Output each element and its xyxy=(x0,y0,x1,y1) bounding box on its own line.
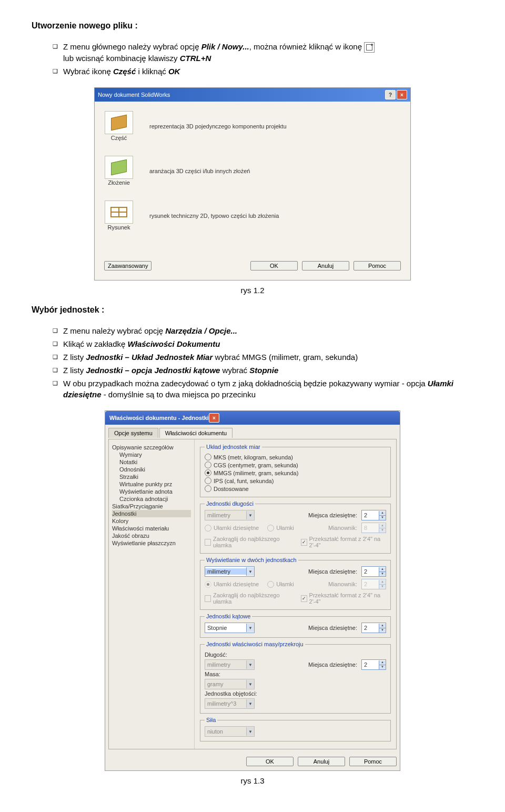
label: Mianownik: xyxy=(328,525,357,531)
radio-mks[interactable]: MKS (metr, kilogram, sekunda) xyxy=(205,453,386,461)
option-drawing[interactable]: Rysunek xyxy=(104,201,134,230)
ok-button[interactable]: OK xyxy=(246,757,294,766)
radio-ips[interactable]: IPS (cal, funt, sekunda) xyxy=(205,477,386,485)
part-icon xyxy=(111,115,127,131)
tree-node[interactable]: Czcionka adnotacji xyxy=(112,495,191,503)
tree-node[interactable]: Strzałki xyxy=(112,473,191,480)
option-desc: aranżacja 3D części i/lub innych złożeń xyxy=(149,168,250,174)
help-icon[interactable]: ? xyxy=(385,90,396,99)
dialog-title: Właściwości dokumentu - Jednostki xyxy=(109,415,209,421)
help-button[interactable]: Pomoc xyxy=(349,757,397,766)
instructions-list-2: Z menu należy wybrać opcję Narzędzia / O… xyxy=(32,325,473,400)
tab-doc-properties[interactable]: Właściwości dokumentu xyxy=(159,428,233,438)
group-dual-display: Wyświetlanie w dwóch jednostkach milimet… xyxy=(200,557,391,610)
group-legend: Siła xyxy=(205,717,217,723)
section-heading-units: Wybór jednostek : xyxy=(32,305,473,315)
tree-node[interactable]: Właściwości materiału xyxy=(112,525,191,532)
group-mass-section: Jednostki właściwości masy/przekroju Dłu… xyxy=(200,641,391,714)
radio-label: MKS (metr, kilogram, sekunda) xyxy=(214,454,293,460)
chevron-down-icon[interactable]: ▼ xyxy=(246,567,254,576)
tree-node-units[interactable]: Jednostki xyxy=(112,510,191,517)
text-bold: Plik / Nowy... xyxy=(201,42,249,51)
mass-length-combo: milimetry▼ xyxy=(205,659,255,670)
text: Z menu głównego należy wybrać opcję xyxy=(63,42,201,51)
text-bold: OK xyxy=(168,67,180,76)
group-legend: Jednostki długości xyxy=(205,500,255,507)
category-tree[interactable]: Opisywanie szczegółów Wymiary Notatki Od… xyxy=(109,439,195,749)
chk-round-nearest-2: Zaokrąglij do najbliższego ułamka xyxy=(205,592,292,605)
option-label: Część xyxy=(104,135,134,141)
angular-unit-combo[interactable]: Stopnie▼ xyxy=(205,623,255,633)
tree-node[interactable]: Siatka/Przyciąganie xyxy=(112,503,191,510)
figure-caption: rys 1.2 xyxy=(32,286,473,295)
chevron-down-icon[interactable]: ▼ xyxy=(246,624,254,632)
option-desc: rysunek techniczny 2D, typowo części lub… xyxy=(149,213,279,219)
option-label: Złożenie xyxy=(104,179,134,186)
radio-label: Dostosowane xyxy=(214,486,249,492)
radio-custom[interactable]: Dostosowane xyxy=(205,485,386,493)
angular-decimal-spin[interactable]: 2▲▼ xyxy=(361,623,386,633)
cancel-button[interactable]: Anuluj xyxy=(298,757,345,766)
ok-button[interactable]: OK xyxy=(250,261,298,270)
tree-node[interactable]: Opisywanie szczegółów xyxy=(112,444,191,451)
radio-mmgs[interactable]: MMGS (milimetr, gram, sekunda) xyxy=(205,469,386,477)
text: , można również kliknąć w ikonę xyxy=(249,42,362,51)
tree-node[interactable]: Wymiary xyxy=(112,451,191,458)
section-heading-new-file: Utworzenie nowego pliku : xyxy=(32,21,473,31)
chk-label: Zaokrąglij do najbliższego ułamka xyxy=(213,592,292,605)
text-bold: Jednostki – opcja Jednostki kątowe xyxy=(86,366,220,375)
dialog-title: Nowy dokument SolidWorks xyxy=(98,92,170,98)
tab-system-options[interactable]: Opcje systemu xyxy=(108,428,158,438)
chevron-down-icon: ▼ xyxy=(246,511,254,519)
dual-decimal-spin[interactable]: 2▲▼ xyxy=(361,566,386,577)
tree-node[interactable]: Wyświetlanie adnota xyxy=(112,488,191,495)
radio-cgs[interactable]: CGS (centymetr, gram, sekunda) xyxy=(205,461,386,469)
advanced-button[interactable]: Zaawansowany xyxy=(104,261,152,270)
group-legend: Jednostki właściwości masy/przekroju xyxy=(205,641,305,647)
tree-node[interactable]: Wyświetlanie płaszczyzn xyxy=(112,539,191,547)
option-label: Rysunek xyxy=(104,224,134,230)
screenshot-doc-properties-dialog: Właściwości dokumentu - Jednostki × Opcj… xyxy=(105,410,400,771)
chk-label: Zaokrąglij do najbliższego ułamka xyxy=(213,536,292,548)
drawing-icon xyxy=(110,207,127,217)
tree-node[interactable]: Kolory xyxy=(112,517,191,525)
chk-label: Przekształć format z 2'4" na 2'-4" xyxy=(309,536,386,548)
text: Z menu należy wybrać opcję xyxy=(63,326,165,335)
radio-decimal-frac: Ułamki dziesiętne xyxy=(205,524,259,532)
radio-frac: Ułamki xyxy=(267,524,294,532)
text-bold: Stopnie xyxy=(249,366,278,375)
close-icon[interactable]: × xyxy=(209,413,219,423)
tree-node[interactable]: Odnośniki xyxy=(112,466,191,473)
label: Miejsca dziesiętne: xyxy=(308,512,357,518)
tree-node[interactable]: Wirtualne punkty prz xyxy=(112,480,191,488)
text-bold: Narzędzia / Opcje... xyxy=(165,326,237,335)
group-length-units: Jednostki długości milimetry▼ Miejsca dz… xyxy=(200,500,391,554)
assembly-icon xyxy=(111,159,127,175)
mass-decimal-spin[interactable]: 2▲▼ xyxy=(361,659,386,670)
radio-label: Ułamki dziesiętne xyxy=(214,581,259,587)
chevron-down-icon: ▼ xyxy=(379,516,386,520)
cancel-button[interactable]: Anuluj xyxy=(302,261,349,270)
tree-node[interactable]: Notatki xyxy=(112,458,191,466)
dual-unit-combo[interactable]: milimetry▼ xyxy=(205,566,255,577)
help-button[interactable]: Pomoc xyxy=(354,261,401,270)
label: Mianownik: xyxy=(328,581,357,587)
label: Długość: xyxy=(205,650,386,659)
radio-label: Ułamki xyxy=(276,581,294,587)
option-assembly[interactable]: Złożenie xyxy=(104,156,134,186)
radio-label: Ułamki xyxy=(276,525,294,531)
screenshot-new-doc-dialog: Nowy dokument SolidWorks ? × Część repre… xyxy=(94,87,411,280)
option-part[interactable]: Część xyxy=(104,111,134,141)
decimal-places-spin[interactable]: 2▲▼ xyxy=(361,510,386,520)
group-legend: Jednostki kątowe xyxy=(205,613,252,619)
close-icon[interactable]: × xyxy=(397,90,407,99)
radio-decimal-frac-2: Ułamki dziesiętne xyxy=(205,580,259,588)
chk-label: Przekształć format z 2'4" na 2'-4" xyxy=(309,592,386,605)
instructions-list-1: Z menu głównego należy wybrać opcję Plik… xyxy=(32,41,473,77)
chk-convert-fmt: ✓Przekształć format z 2'4" na 2'-4" xyxy=(301,535,386,549)
chevron-up-icon: ▲ xyxy=(379,511,386,516)
tree-node[interactable]: Jakość obrazu xyxy=(112,532,191,539)
volume-unit-combo: milimetry^3▼ xyxy=(205,698,255,709)
denom-spin: 8▲▼ xyxy=(361,523,386,533)
title-bar: Właściwości dokumentu - Jednostki × xyxy=(105,411,400,425)
